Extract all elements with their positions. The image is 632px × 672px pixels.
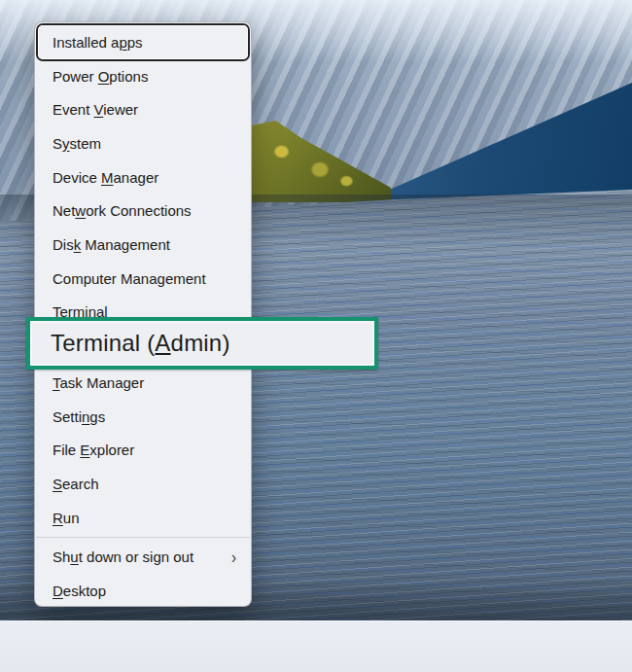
winx-menu: Installed appsPower OptionsEvent ViewerS… (34, 21, 252, 607)
desktop-background: Installed appsPower OptionsEvent ViewerS… (0, 0, 632, 672)
menu-item-label: Shut down or sign out (53, 548, 193, 565)
menu-item-device-manager[interactable]: Device Manager (38, 160, 248, 195)
menu-item-shut-down-or-sign-out[interactable]: Shut down or sign out› (38, 541, 248, 575)
menu-separator (35, 535, 251, 541)
menu-item-network-connections[interactable]: Network Connections (38, 194, 248, 228)
menu-item-label: File Explorer (53, 442, 134, 458)
submenu-chevron-icon: › (231, 547, 236, 567)
menu-item-disk-management[interactable]: Disk Management (38, 228, 248, 262)
menu-item-task-manager[interactable]: Task Manager (38, 366, 248, 400)
menu-item-label: Run (53, 510, 80, 526)
menu-item-event-viewer[interactable]: Event Viewer (38, 92, 248, 126)
menu-item-run[interactable]: Run (38, 501, 248, 535)
menu-item-computer-management[interactable]: Computer Management (38, 262, 248, 296)
menu-item-label: Event Viewer (53, 101, 138, 118)
menu-item-system[interactable]: System (38, 126, 248, 160)
menu-item-label: Device Manager (53, 169, 158, 186)
menu-item-label: Disk Management (53, 236, 170, 253)
menu-item-label: Installed apps (53, 34, 143, 51)
start-button[interactable] (127, 633, 157, 662)
terminal-admin-callout[interactable]: Terminal (Admin) (26, 317, 378, 370)
menu-item-label: Network Connections (53, 202, 192, 219)
menu-item-desktop[interactable]: Desktop (38, 574, 248, 608)
menu-item-label: Task Manager (53, 374, 144, 391)
terminal-admin-label: Terminal (Admin) (30, 330, 230, 357)
menu-item-search[interactable]: Search (38, 467, 248, 501)
menu-item-label: Settings (53, 408, 105, 425)
menu-item-label: Power Options (53, 68, 148, 85)
menu-item-file-explorer[interactable]: File Explorer (38, 434, 248, 468)
menu-item-label: System (53, 135, 101, 152)
menu-item-power-options[interactable]: Power Options (38, 59, 248, 93)
taskbar: Search (0, 620, 632, 672)
menu-item-label: Computer Management (53, 270, 206, 287)
menu-item-installed-apps[interactable]: Installed apps (38, 25, 248, 59)
menu-item-label: Search (53, 476, 99, 492)
menu-item-settings[interactable]: Settings (38, 400, 248, 434)
menu-item-label: Desktop (53, 583, 106, 599)
